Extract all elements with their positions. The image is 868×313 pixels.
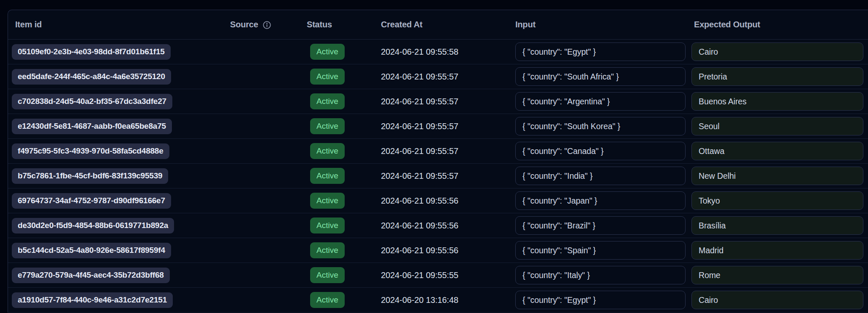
item-id-cell: eed5dafe-244f-465c-a84c-4a6e35725120 [8, 64, 223, 89]
expected-output-value-box[interactable]: Buenos Aires [691, 92, 863, 111]
status-badge: Active [310, 267, 345, 283]
column-header-label: Created At [381, 20, 422, 29]
expected-output-cell: Madrid [691, 238, 868, 263]
column-header-label: Expected Output [694, 20, 760, 29]
source-cell [223, 288, 303, 312]
expected-output-value-box[interactable]: Ottawa [691, 142, 863, 160]
input-cell: { "country": "India" } [514, 164, 691, 188]
item-id-pill[interactable]: 69764737-34af-4752-9787-d90df96166e7 [12, 193, 171, 209]
input-value-box[interactable]: { "country": "Canada" } [515, 142, 686, 160]
item-id-pill[interactable]: a1910d57-7f84-440c-9e46-a31c2d7e2151 [12, 292, 173, 308]
input-value-box[interactable]: { "country": "Egypt" } [515, 291, 686, 309]
expected-output-value-box[interactable]: Cairo [691, 291, 863, 309]
input-value-box[interactable]: { "country": "Spain" } [515, 241, 686, 260]
item-id-cell: e779a270-579a-4f45-aec4-35b72d3bff68 [8, 263, 223, 287]
table-row[interactable]: e779a270-579a-4f45-aec4-35b72d3bff68 Act… [8, 263, 868, 288]
item-id-pill[interactable]: eed5dafe-244f-465c-a84c-4a6e35725120 [12, 69, 171, 85]
input-value-box[interactable]: { "country": "Japan" } [515, 191, 686, 210]
input-value-box[interactable]: { "country": "Brazil" } [515, 216, 686, 235]
status-cell: Active [303, 64, 374, 89]
input-value-box[interactable]: { "country": "South Africa" } [515, 67, 686, 86]
source-cell [223, 213, 303, 238]
expected-output-value-box[interactable]: New Delhi [691, 167, 863, 185]
input-value-box[interactable]: { "country": "Egypt" } [515, 42, 686, 61]
created-at-cell: 2024-06-21 09:55:57 [374, 114, 514, 138]
column-header-label: Source [230, 20, 258, 29]
input-cell: { "country": "Brazil" } [514, 213, 691, 238]
expected-output-cell: Rome [691, 263, 868, 287]
table-row[interactable]: b5c144cd-52a5-4a80-926e-58617f8959f4 Act… [8, 238, 868, 263]
item-id-cell: f4975c95-5fc3-4939-970d-58fa5cd4888e [8, 139, 223, 163]
status-badge: Active [310, 93, 345, 109]
item-id-pill[interactable]: b75c7861-1fbe-45cf-bdf6-83f139c95539 [12, 168, 168, 184]
expected-output-value-box[interactable]: Pretoria [691, 67, 863, 86]
input-cell: { "country": "Japan" } [514, 188, 691, 213]
table-row[interactable]: 69764737-34af-4752-9787-d90df96166e7 Act… [8, 188, 868, 213]
item-id-cell: a1910d57-7f84-440c-9e46-a31c2d7e2151 [8, 288, 223, 312]
input-value-box[interactable]: { "country": "India" } [515, 167, 686, 185]
status-badge: Active [310, 242, 345, 258]
table-header-row: Item id Source Status Created At Input E… [8, 10, 868, 40]
table-row[interactable]: eed5dafe-244f-465c-a84c-4a6e35725120 Act… [8, 64, 868, 89]
status-cell: Active [303, 288, 374, 312]
input-value-box[interactable]: { "country": "Italy" } [515, 266, 686, 284]
item-id-pill[interactable]: 05109ef0-2e3b-4e03-98dd-8f7d01b61f15 [12, 44, 171, 60]
expected-output-value-box[interactable]: Brasília [691, 216, 863, 235]
table-row[interactable]: f4975c95-5fc3-4939-970d-58fa5cd4888e Act… [8, 139, 868, 164]
source-cell [223, 89, 303, 114]
status-cell: Active [303, 213, 374, 238]
column-header-label: Status [307, 20, 332, 29]
table-row[interactable]: 05109ef0-2e3b-4e03-98dd-8f7d01b61f15 Act… [8, 40, 868, 64]
expected-output-value-box[interactable]: Madrid [691, 241, 863, 260]
table-row[interactable]: b75c7861-1fbe-45cf-bdf6-83f139c95539 Act… [8, 164, 868, 188]
item-id-pill[interactable]: de30d2e0-f5d9-4854-88b6-0619771b892a [12, 218, 174, 233]
created-at-cell: 2024-06-21 09:55:57 [374, 164, 514, 188]
expected-output-cell: Cairo [691, 288, 868, 312]
table-row[interactable]: e12430df-5e81-4687-aabb-f0ea65be8a75 Act… [8, 114, 868, 139]
item-id-cell: de30d2e0-f5d9-4854-88b6-0619771b892a [8, 213, 223, 238]
item-id-pill[interactable]: e12430df-5e81-4687-aabb-f0ea65be8a75 [12, 119, 172, 134]
dataset-items-table: Item id Source Status Created At Input E… [8, 10, 868, 313]
item-id-pill[interactable]: b5c144cd-52a5-4a80-926e-58617f8959f4 [12, 243, 171, 258]
column-header-input: Input [514, 20, 691, 29]
status-cell: Active [303, 188, 374, 213]
expected-output-value-box[interactable]: Cairo [691, 42, 863, 61]
input-cell: { "country": "Egypt" } [514, 288, 691, 312]
expected-output-cell: Pretoria [691, 64, 868, 89]
table-row[interactable]: de30d2e0-f5d9-4854-88b6-0619771b892a Act… [8, 213, 868, 238]
table-row[interactable]: c702838d-24d5-40a2-bf35-67dc3a3dfe27 Act… [8, 89, 868, 114]
item-id-pill[interactable]: c702838d-24d5-40a2-bf35-67dc3a3dfe27 [12, 94, 172, 109]
created-at-cell: 2024-06-21 09:55:56 [374, 238, 514, 263]
item-id-cell: e12430df-5e81-4687-aabb-f0ea65be8a75 [8, 114, 223, 138]
status-cell: Active [303, 139, 374, 163]
status-cell: Active [303, 238, 374, 263]
expected-output-cell: Tokyo [691, 188, 868, 213]
input-cell: { "country": "Spain" } [514, 238, 691, 263]
expected-output-cell: Buenos Aires [691, 89, 868, 114]
page: { "table": { "columns": ["Item id", "Sou… [0, 0, 868, 313]
expected-output-value-box[interactable]: Rome [691, 266, 863, 284]
source-cell [223, 188, 303, 213]
input-value-box[interactable]: { "country": "Argentina" } [515, 92, 686, 111]
item-id-pill[interactable]: e779a270-579a-4f45-aec4-35b72d3bff68 [12, 268, 170, 283]
status-badge: Active [310, 44, 345, 60]
source-cell [223, 64, 303, 89]
status-badge: Active [310, 118, 345, 134]
info-circle-icon[interactable] [263, 21, 271, 29]
item-id-cell: 05109ef0-2e3b-4e03-98dd-8f7d01b61f15 [8, 40, 223, 64]
source-cell [223, 114, 303, 138]
input-value-box[interactable]: { "country": "South Korea" } [515, 117, 686, 135]
input-cell: { "country": "South Africa" } [514, 64, 691, 89]
created-at-cell: 2024-06-20 13:16:48 [374, 288, 514, 312]
item-id-cell: 69764737-34af-4752-9787-d90df96166e7 [8, 188, 223, 213]
expected-output-cell: Seoul [691, 114, 868, 138]
created-at-cell: 2024-06-21 09:55:57 [374, 64, 514, 89]
expected-output-value-box[interactable]: Seoul [691, 117, 863, 135]
item-id-pill[interactable]: f4975c95-5fc3-4939-970d-58fa5cd4888e [12, 143, 169, 159]
expected-output-cell: Ottawa [691, 139, 868, 163]
table-row[interactable]: a1910d57-7f84-440c-9e46-a31c2d7e2151 Act… [8, 288, 868, 313]
expected-output-cell: Brasília [691, 213, 868, 238]
status-cell: Active [303, 40, 374, 64]
item-id-cell: b75c7861-1fbe-45cf-bdf6-83f139c95539 [8, 164, 223, 188]
expected-output-value-box[interactable]: Tokyo [691, 191, 863, 210]
